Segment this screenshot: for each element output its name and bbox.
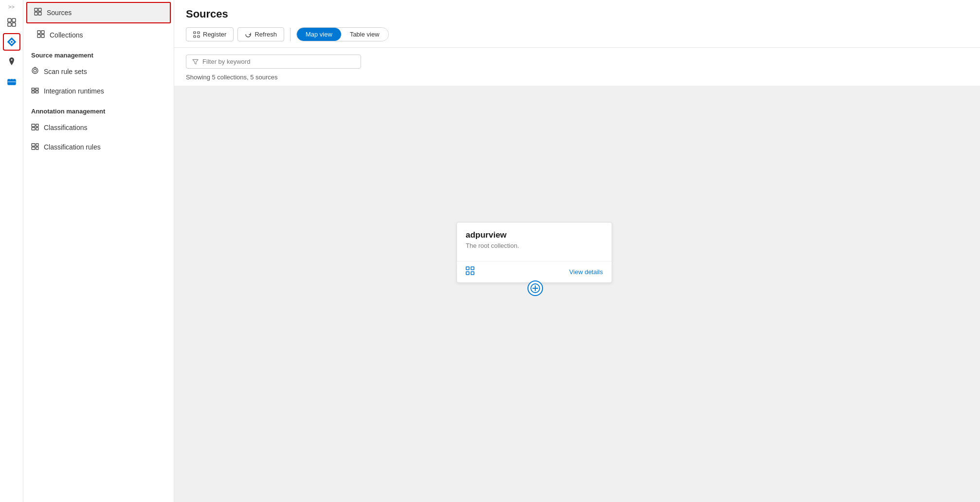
classification-rules-icon bbox=[31, 142, 39, 152]
svg-rect-39 bbox=[471, 272, 474, 275]
svg-rect-2 bbox=[8, 23, 11, 26]
svg-rect-21 bbox=[36, 91, 38, 93]
source-management-header: Source management bbox=[23, 45, 174, 62]
showing-text: Showing 5 collections, 5 sources bbox=[174, 74, 980, 86]
toolbar: Register Refresh Map view Table view bbox=[186, 27, 968, 41]
sidebar-item-sources[interactable]: Sources bbox=[26, 2, 171, 23]
collections-icon bbox=[37, 30, 45, 40]
refresh-label: Refresh bbox=[254, 31, 277, 38]
refresh-icon bbox=[245, 31, 252, 38]
main-content: Sources Register Refresh bbox=[174, 0, 980, 502]
svg-rect-3 bbox=[12, 23, 16, 26]
svg-rect-32 bbox=[194, 32, 196, 34]
card-title: adpurview bbox=[466, 230, 603, 240]
svg-rect-38 bbox=[466, 272, 469, 275]
sidebar-item-scan-rule-sets[interactable]: Scan rule sets bbox=[23, 62, 174, 81]
map-view-button[interactable]: Map view bbox=[297, 28, 341, 41]
add-child-button[interactable] bbox=[527, 280, 543, 296]
nav-icon-sources[interactable] bbox=[3, 14, 20, 31]
svg-rect-18 bbox=[32, 88, 35, 90]
collection-card: adpurview The root collection. View deta… bbox=[456, 222, 612, 283]
refresh-button[interactable]: Refresh bbox=[237, 27, 284, 41]
svg-rect-8 bbox=[38, 8, 41, 11]
page-title: Sources bbox=[186, 8, 968, 20]
register-icon bbox=[193, 31, 200, 38]
svg-rect-24 bbox=[32, 124, 35, 127]
svg-point-16 bbox=[34, 69, 36, 72]
expand-icon[interactable]: >> bbox=[8, 4, 15, 10]
collections-label: Collections bbox=[50, 31, 83, 39]
svg-rect-1 bbox=[12, 19, 16, 22]
svg-rect-0 bbox=[8, 19, 11, 22]
classifications-label: Classifications bbox=[44, 124, 87, 131]
sidebar-item-integration-runtimes[interactable]: Integration runtimes bbox=[23, 81, 174, 101]
integration-runtimes-icon bbox=[31, 86, 39, 96]
table-view-label: Table view bbox=[350, 31, 380, 38]
svg-rect-33 bbox=[198, 32, 200, 34]
nav-icon-briefcase[interactable] bbox=[3, 72, 20, 90]
filter-input-wrap[interactable] bbox=[186, 55, 361, 69]
register-button[interactable]: Register bbox=[186, 27, 234, 41]
sources-icon bbox=[34, 8, 42, 18]
svg-point-4 bbox=[11, 41, 13, 43]
svg-rect-28 bbox=[32, 144, 35, 146]
svg-rect-9 bbox=[35, 12, 37, 15]
sources-label: Sources bbox=[47, 9, 72, 17]
svg-rect-20 bbox=[32, 91, 35, 93]
sidebar-item-classifications[interactable]: Classifications bbox=[23, 118, 174, 137]
annotation-management-header: Annotation management bbox=[23, 101, 174, 118]
card-grid-icon bbox=[466, 266, 474, 278]
svg-rect-13 bbox=[37, 35, 40, 37]
nav-icon-pin[interactable] bbox=[3, 53, 20, 70]
table-view-button[interactable]: Table view bbox=[341, 28, 388, 41]
filter-bar bbox=[174, 48, 980, 74]
svg-rect-27 bbox=[36, 128, 38, 130]
svg-rect-34 bbox=[194, 36, 196, 37]
svg-rect-7 bbox=[35, 8, 37, 11]
svg-rect-25 bbox=[36, 124, 38, 127]
sidebar: Sources Collections Source management Sc… bbox=[23, 0, 174, 502]
register-label: Register bbox=[203, 31, 226, 38]
svg-rect-35 bbox=[198, 36, 200, 37]
svg-rect-11 bbox=[37, 31, 40, 34]
svg-rect-29 bbox=[36, 144, 38, 146]
svg-rect-12 bbox=[41, 31, 44, 34]
nav-icon-purview[interactable] bbox=[3, 33, 20, 51]
integration-runtimes-label: Integration runtimes bbox=[44, 87, 104, 95]
sidebar-item-collections[interactable]: Collections bbox=[23, 25, 174, 45]
card-subtitle: The root collection. bbox=[466, 242, 603, 249]
view-details-link[interactable]: View details bbox=[569, 268, 603, 276]
filter-input[interactable] bbox=[202, 58, 355, 65]
classifications-icon bbox=[31, 123, 39, 132]
icon-rail: >> bbox=[0, 0, 23, 502]
card-footer: View details bbox=[457, 261, 612, 282]
filter-icon bbox=[192, 58, 199, 65]
svg-rect-31 bbox=[36, 147, 38, 149]
scan-rule-sets-label: Scan rule sets bbox=[44, 68, 87, 75]
svg-rect-30 bbox=[32, 147, 35, 149]
svg-rect-26 bbox=[32, 128, 35, 130]
view-toggle: Map view Table view bbox=[296, 27, 389, 41]
map-view-label: Map view bbox=[306, 31, 332, 38]
main-header: Sources Register Refresh bbox=[174, 0, 980, 48]
svg-point-15 bbox=[32, 68, 38, 74]
svg-rect-14 bbox=[41, 35, 44, 37]
toolbar-divider bbox=[290, 28, 290, 41]
svg-rect-36 bbox=[466, 267, 469, 270]
map-area[interactable]: adpurview The root collection. View deta… bbox=[174, 86, 980, 502]
svg-rect-10 bbox=[38, 12, 41, 15]
svg-rect-37 bbox=[471, 267, 474, 270]
card-body: adpurview The root collection. bbox=[457, 223, 612, 261]
sidebar-item-classification-rules[interactable]: Classification rules bbox=[23, 137, 174, 157]
classification-rules-label: Classification rules bbox=[44, 143, 101, 151]
scan-rule-sets-icon bbox=[31, 67, 39, 76]
svg-rect-19 bbox=[36, 88, 38, 90]
